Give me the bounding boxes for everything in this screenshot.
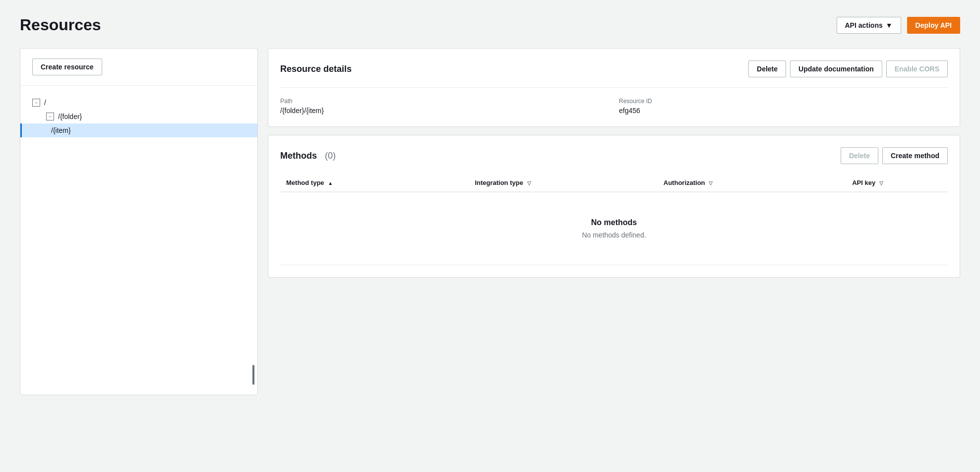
- create-resource-button[interactable]: Create resource: [32, 59, 102, 75]
- content-area: Create resource − / − /{folder} /{item}: [20, 48, 960, 395]
- methods-delete-button[interactable]: Delete: [841, 147, 878, 164]
- method-type-sort-icon: ▲: [328, 180, 333, 186]
- methods-header: Methods (0) Delete Create method: [280, 147, 948, 164]
- integration-type-sort-icon: ▽: [527, 180, 531, 186]
- left-panel: Create resource − / − /{folder} /{item}: [20, 48, 258, 395]
- resource-id-label: Resource ID: [619, 98, 948, 105]
- no-methods-sub: No methods defined.: [296, 231, 932, 239]
- methods-actions: Delete Create method: [841, 147, 948, 164]
- methods-title: Methods: [280, 151, 317, 161]
- tree-item-folder-label: /{folder}: [58, 113, 82, 120]
- method-type-header-label: Method type: [286, 179, 324, 186]
- resource-details-grid: Path /{folder}/{item} Resource ID efg456: [280, 87, 948, 115]
- path-label: Path: [280, 98, 609, 105]
- tree-item-folder[interactable]: − /{folder}: [32, 110, 245, 123]
- api-key-header-label: API key: [852, 179, 875, 186]
- api-actions-button[interactable]: API actions ▼: [837, 17, 901, 34]
- authorization-header-label: Authorization: [664, 179, 705, 186]
- methods-table: Method type ▲ Integration type ▽ Authori…: [280, 174, 948, 265]
- authorization-sort-icon: ▽: [709, 180, 713, 186]
- resource-details-card: Resource details Delete Update documenta…: [268, 48, 960, 127]
- resource-details-actions: Delete Update documentation Enable CORS: [748, 60, 948, 77]
- api-key-header[interactable]: API key ▽: [846, 174, 948, 192]
- no-methods-container: No methods No methods defined.: [286, 198, 942, 259]
- resource-details-title: Resource details: [280, 64, 352, 74]
- tree-item-root[interactable]: − /: [32, 96, 245, 110]
- page-title: Resources: [20, 16, 101, 34]
- integration-type-header[interactable]: Integration type ▽: [469, 174, 657, 192]
- api-actions-label: API actions: [845, 21, 883, 29]
- method-type-header[interactable]: Method type ▲: [280, 174, 469, 192]
- left-panel-top: Create resource: [20, 49, 257, 86]
- tree-item-root-label: /: [44, 99, 46, 107]
- deploy-api-button[interactable]: Deploy API: [907, 17, 960, 34]
- expand-icon-root: −: [32, 99, 40, 107]
- resize-handle[interactable]: [252, 365, 254, 385]
- enable-cors-button[interactable]: Enable CORS: [886, 60, 948, 77]
- no-methods-row: No methods No methods defined.: [280, 192, 948, 265]
- update-documentation-button[interactable]: Update documentation: [790, 60, 882, 77]
- header-actions: API actions ▼ Deploy API: [837, 17, 961, 34]
- path-value: /{folder}/{item}: [280, 107, 609, 115]
- path-field: Path /{folder}/{item}: [280, 98, 609, 115]
- resource-id-field: Resource ID efg456: [619, 98, 948, 115]
- authorization-header[interactable]: Authorization ▽: [658, 174, 846, 192]
- resource-id-value: efg456: [619, 107, 948, 115]
- resource-details-header: Resource details Delete Update documenta…: [280, 60, 948, 77]
- no-methods-title: No methods: [296, 218, 932, 227]
- tree-item-item[interactable]: /{item}: [20, 123, 257, 137]
- api-key-sort-icon: ▽: [879, 180, 883, 186]
- resource-tree: − / − /{folder} /{item}: [20, 86, 257, 147]
- integration-type-header-label: Integration type: [475, 179, 523, 186]
- methods-count: (0): [325, 151, 336, 161]
- create-method-button[interactable]: Create method: [882, 147, 948, 164]
- right-panel: Resource details Delete Update documenta…: [268, 48, 960, 278]
- resource-delete-button[interactable]: Delete: [748, 60, 786, 77]
- dropdown-icon: ▼: [886, 21, 893, 29]
- methods-card: Methods (0) Delete Create method Method …: [268, 135, 960, 278]
- expand-icon-folder: −: [46, 113, 54, 120]
- tree-item-item-label: /{item}: [51, 126, 71, 134]
- methods-table-header-row: Method type ▲ Integration type ▽ Authori…: [280, 174, 948, 192]
